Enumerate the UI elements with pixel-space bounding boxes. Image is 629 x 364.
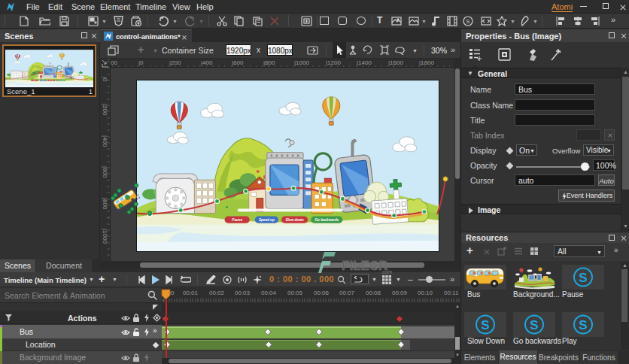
svg-text:.com: .com — [381, 269, 392, 275]
svg-text:S: S — [466, 18, 469, 25]
